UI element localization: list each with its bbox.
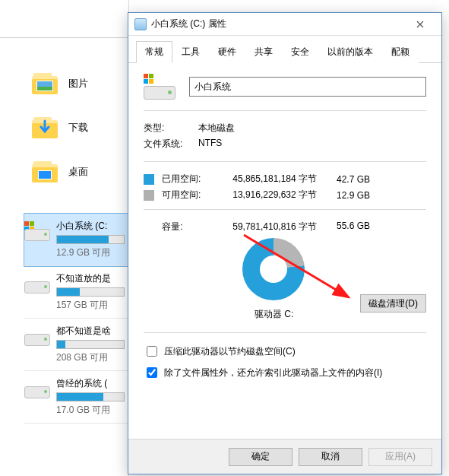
- drive-icon: [134, 18, 147, 30]
- fs-label: 文件系统:: [144, 138, 198, 151]
- index-option[interactable]: 除了文件属性外，还允许索引此驱动器上文件的内容(I): [144, 365, 426, 380]
- drive-name: 曾经的系统 (: [56, 377, 125, 390]
- hdd-icon: [24, 379, 50, 400]
- library-label: 图片: [68, 77, 88, 90]
- drive-large-icon: [144, 74, 175, 100]
- tab-5[interactable]: 以前的版本: [318, 41, 382, 63]
- explorer-sidebar: 图片下载桌面 小白系统 (C:12.9 GB 可用不知道放的是157 GB 可用…: [0, 0, 129, 476]
- free-swatch: [144, 190, 154, 201]
- tab-1[interactable]: 工具: [172, 41, 209, 63]
- tab-2[interactable]: 硬件: [209, 41, 245, 63]
- titlebar: 小白系统 (C:) 属性: [128, 13, 441, 36]
- hdd-icon: [24, 326, 50, 347]
- drive-free-text: 208 GB 可用: [56, 351, 125, 364]
- used-swatch: [144, 174, 154, 185]
- index-label: 除了文件属性外，还允许索引此驱动器上文件的内容(I): [164, 367, 382, 379]
- apply-button[interactable]: 应用(A): [368, 448, 432, 466]
- dialog-title: 小白系统 (C:) 属性: [151, 17, 226, 30]
- tab-0[interactable]: 常规: [136, 41, 172, 63]
- drive-usage-bar: [56, 340, 125, 349]
- hdd-icon: [24, 274, 50, 295]
- disk-cleanup-button[interactable]: 磁盘清理(D): [360, 294, 426, 313]
- cancel-button[interactable]: 取消: [299, 448, 362, 466]
- chart-drive-label: 驱动器 C:: [255, 308, 293, 321]
- close-button[interactable]: [405, 14, 435, 35]
- drive-item-0[interactable]: 小白系统 (C:12.9 GB 可用: [24, 214, 129, 266]
- drive-name: 小白系统 (C:: [56, 220, 125, 233]
- drive-name-input[interactable]: [189, 77, 426, 97]
- properties-dialog: 小白系统 (C:) 属性 常规工具硬件共享安全以前的版本配额 类型:本地磁盘 文…: [128, 12, 442, 474]
- used-bytes: 45,865,181,184 字节: [209, 173, 323, 186]
- library-item-downloads[interactable]: 下载: [0, 113, 128, 157]
- drive-item-1[interactable]: 不知道放的是157 GB 可用: [24, 266, 129, 319]
- tab-4[interactable]: 安全: [282, 41, 318, 63]
- pictures-folder-icon: [32, 73, 58, 94]
- type-value: 本地磁盘: [198, 122, 235, 135]
- close-icon: [416, 21, 424, 28]
- tab-6[interactable]: 配额: [382, 41, 419, 63]
- drive-name: 不知道放的是: [56, 272, 125, 285]
- fs-value: NTFS: [198, 138, 222, 151]
- dialog-footer: 确定 取消 应用(A): [128, 439, 441, 474]
- drive-free-text: 12.9 GB 可用: [56, 246, 125, 259]
- desktop-folder-icon: [32, 161, 58, 182]
- cap-gb: 55.6 GB: [323, 221, 370, 233]
- compress-option[interactable]: 压缩此驱动器以节约磁盘空间(C): [144, 344, 426, 359]
- library-label: 桌面: [68, 165, 88, 179]
- ok-button[interactable]: 确定: [229, 448, 292, 466]
- drive-name: 都不知道是啥: [56, 325, 125, 338]
- cap-label: 容量:: [144, 221, 209, 233]
- index-checkbox[interactable]: [147, 367, 157, 378]
- drive-usage-bar: [56, 287, 125, 297]
- drive-item-3[interactable]: 曾经的系统 (17.0 GB 可用: [24, 371, 129, 424]
- drive-usage-bar: [56, 235, 125, 244]
- drive-free-text: 157 GB 可用: [56, 299, 125, 312]
- tab-3[interactable]: 共享: [245, 41, 282, 63]
- used-gb: 42.7 GB: [323, 174, 370, 185]
- type-label: 类型:: [144, 122, 198, 135]
- library-item-pictures[interactable]: 图片: [0, 68, 128, 113]
- free-label: 可用空间:: [162, 189, 209, 202]
- downloads-folder-icon: [32, 117, 58, 138]
- library-label: 下载: [68, 121, 88, 135]
- drive-usage-bar: [56, 392, 125, 401]
- library-item-desktop[interactable]: 桌面: [0, 157, 128, 201]
- tab-content-general: 类型:本地磁盘 文件系统:NTFS 已用空间: 45,865,181,184 字…: [128, 63, 441, 394]
- usage-donut-chart: [242, 238, 305, 300]
- explorer-ribbon: [0, 0, 128, 38]
- compress-checkbox[interactable]: [147, 346, 157, 357]
- used-label: 已用空间:: [162, 173, 209, 186]
- drive-item-2[interactable]: 都不知道是啥208 GB 可用: [24, 319, 129, 371]
- hdd-icon: [24, 221, 50, 243]
- tab-strip: 常规工具硬件共享安全以前的版本配额: [128, 36, 441, 63]
- free-bytes: 13,916,229,632 字节: [209, 189, 323, 202]
- cap-bytes: 59,781,410,816 字节: [209, 221, 323, 233]
- drive-free-text: 17.0 GB 可用: [56, 404, 125, 417]
- compress-label: 压缩此驱动器以节约磁盘空间(C): [164, 345, 296, 358]
- free-gb: 12.9 GB: [323, 190, 370, 201]
